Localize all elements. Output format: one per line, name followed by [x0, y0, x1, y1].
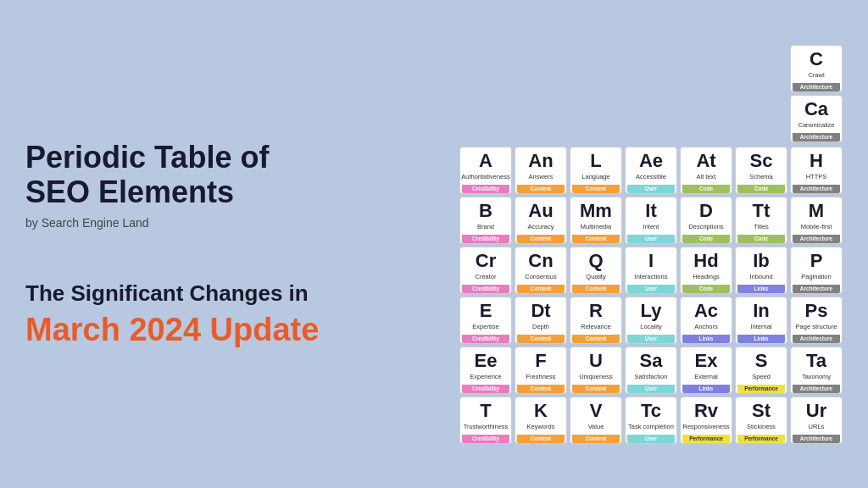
cell-Sc: ScSchemaCode: [735, 147, 787, 194]
page-subtitle: by Search Engine Land: [25, 216, 331, 230]
cell-Tc: TcTask completionUser: [625, 396, 677, 444]
cell-Hd: HdHeadingsCode: [680, 247, 732, 294]
cell-Ly: LyLocalityUser: [625, 297, 677, 344]
cell-U: UUniquenessContent: [570, 347, 622, 394]
cell-Ac: AcAnchorsLinks: [680, 297, 732, 344]
cell-E: EExpertiseCredibility: [459, 297, 512, 344]
cell-Q: QQualityContent: [570, 247, 622, 294]
cell-Mm: MmMultimediaContent: [570, 197, 622, 244]
cell-L: LLanguageContent: [570, 147, 622, 194]
cell-Dt: DtDepthContent: [515, 297, 567, 344]
cell-Sa: SaSatisfactionUser: [625, 347, 677, 394]
cell-Ur: UrURLsArchitecture: [790, 396, 843, 444]
cell-At: AtAlt textCode: [680, 147, 732, 194]
cell-Rv: RvResponsivenessPerformance: [680, 396, 732, 444]
page-title: Periodic Table of SEO Elements: [25, 140, 331, 210]
cell-It: ItIntentUser: [625, 197, 677, 244]
cell-A: AAuthoritativenessCredibility: [459, 147, 512, 194]
cell-V: VValueContent: [570, 396, 622, 444]
cell-H: HHTTPSArchitecture: [790, 147, 843, 194]
row-5: TTrustworthinessCredibilityKKeywordsCont…: [459, 396, 843, 444]
cell-Ca: Ca Canonicalize Architecture: [790, 95, 843, 142]
cell-Cr: CrCreatorCredibility: [459, 247, 512, 294]
cell-S: SSpeedPerformance: [735, 347, 787, 394]
cell-St: StStickinessPerformance: [735, 396, 787, 444]
cell-Cn: CnConsensusContent: [515, 247, 567, 294]
cell-Ta: TaTaxonomyArchitecture: [790, 347, 843, 394]
left-panel: Periodic Table of SEO Elements by Search…: [25, 140, 348, 349]
cell-Ib: IbInboundLinks: [735, 247, 787, 294]
update-label: March 2024 Update: [25, 312, 331, 348]
cell-Ee: EeExperienceCredibility: [459, 347, 512, 394]
cell-Ps: PsPage structureArchitecture: [790, 297, 843, 344]
row-0: AAuthoritativenessCredibilityAnAnswersCo…: [459, 147, 843, 194]
cell-Ae: AeAccessibleUser: [625, 147, 677, 194]
cell-R: RRelevanceContent: [570, 297, 622, 344]
right-panel: C Crawl Architecture Ca Canonicalize Arc…: [364, 45, 843, 444]
cell-F: FFreshnessContent: [515, 347, 567, 394]
cell-Au: AuAccuracyContent: [515, 197, 567, 244]
cell-Tt: TtTitlesCode: [735, 197, 787, 244]
cell-P: PPaginationArchitecture: [790, 247, 843, 294]
cell-An: AnAnswersContent: [515, 147, 567, 194]
row-4: EeExperienceCredibilityFFreshnessContent…: [459, 347, 843, 394]
cell-C: C Crawl Architecture: [790, 45, 843, 92]
row-1: BBrandCredibilityAuAccuracyContentMmMult…: [459, 197, 843, 244]
cell-T: TTrustworthinessCredibility: [459, 396, 512, 444]
changes-label: The Significant Changes in: [25, 280, 331, 307]
row-2: CrCreatorCredibilityCnConsensusContentQQ…: [459, 247, 843, 294]
main-container: Periodic Table of SEO Elements by Search…: [0, 0, 868, 488]
cell-In: InInternalLinks: [735, 297, 787, 344]
cell-M: MMobile-firstArchitecture: [790, 197, 843, 244]
cell-B: BBrandCredibility: [459, 197, 512, 244]
corner-cells: C Crawl Architecture Ca Canonicalize Arc…: [790, 45, 843, 142]
cell-D: DDescriptionsCode: [680, 197, 732, 244]
cell-K: KKeywordsContent: [515, 396, 567, 444]
cell-Ex: ExExternalLinks: [680, 347, 732, 394]
cell-I: IInteractionsUser: [625, 247, 677, 294]
row-3: EExpertiseCredibilityDtDepthContentRRele…: [459, 297, 843, 344]
periodic-table: AAuthoritativenessCredibilityAnAnswersCo…: [459, 147, 843, 444]
